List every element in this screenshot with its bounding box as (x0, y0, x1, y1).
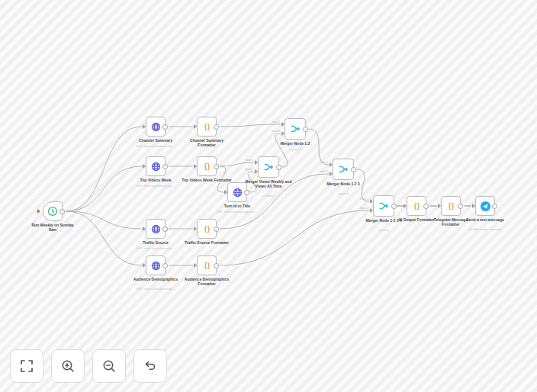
output-port[interactable] (214, 124, 219, 130)
input-port-label: Input 1 (320, 161, 328, 164)
edge-channel-summary-formatter-to-merger-node-1-2 (220, 124, 281, 127)
input-port (143, 227, 146, 231)
node-label: Audience Demographics Formatter (182, 277, 232, 287)
input-port (255, 169, 258, 174)
node-label: Top Videos Week Formatter (182, 178, 232, 182)
zoom-out-button[interactable] (92, 349, 126, 383)
merge-icon (290, 124, 301, 134)
merge-icon (378, 201, 389, 211)
edge-merger-node-1-2-to-merger-node-1-2-3 (309, 129, 329, 165)
input-port (224, 190, 227, 194)
node-traffic-source-formatter[interactable]: { }Traffic Source Formatter (197, 219, 217, 239)
merge-icon (338, 164, 349, 175)
input-port (194, 227, 197, 231)
input-port (281, 122, 285, 127)
node-label: Run Weekly on Sunday 8am (27, 223, 78, 233)
input-port (438, 204, 441, 208)
zoom-out-icon (101, 358, 117, 374)
node-label: Audience Demographics (130, 277, 181, 281)
output-port[interactable] (214, 227, 219, 232)
output-port[interactable] (162, 164, 168, 169)
output-port[interactable] (276, 165, 281, 170)
curly-braces-icon: { } (204, 226, 210, 233)
telegram-icon (480, 201, 491, 212)
input-port (330, 172, 333, 176)
input-port-label: Input 2 (245, 168, 253, 171)
input-port-label: Input 1 (272, 120, 280, 124)
node-label: Traffic Source (130, 240, 181, 245)
node-audience-demographics-formatter[interactable]: { }Audience Demographics Formatter (197, 255, 217, 275)
edge-audience-demographics-formatter-to-merger-node-1-2-3-4 (220, 210, 369, 265)
node-channel-summary[interactable]: Channel SummaryGET: https://youtubeanaly… (146, 117, 166, 137)
node-sublabel: GET: https://youtubeanalyt… (125, 288, 186, 291)
output-port[interactable] (162, 124, 168, 130)
zoom-in-icon (60, 358, 76, 374)
node-top-videos-week[interactable]: Top Videos WeekGET: https://youtubeanaly… (146, 156, 166, 176)
node-ai-output-formatter[interactable]: { }AI Output Formatter (407, 196, 426, 216)
node-telegram-message-formatter[interactable]: { }Telegram Message Formatter (441, 196, 461, 216)
node-sublabel: sendMessage: message (455, 228, 516, 232)
output-port[interactable] (59, 209, 65, 214)
output-port[interactable] (391, 204, 397, 209)
input-port-label: Input 1 (245, 159, 253, 162)
node-label: Merger Node 1 2 3 (318, 182, 368, 186)
node-send-text-message[interactable]: Send a text messagesendMessage: message (475, 196, 495, 216)
input-port (143, 263, 146, 268)
output-port[interactable] (492, 204, 497, 209)
output-port[interactable] (458, 204, 463, 209)
node-channel-summary-formatter[interactable]: { }Channel Summary Formatter (197, 117, 217, 137)
node-label: Send a text message (460, 217, 510, 222)
node-label: Traffic Source Formatter (182, 240, 232, 245)
input-port (143, 124, 146, 129)
node-label: Channel Summary Formatter (182, 138, 232, 148)
node-trigger[interactable]: Run Weekly on Sunday 8am (43, 201, 63, 221)
curly-braces-icon: { } (204, 124, 210, 130)
output-port[interactable] (303, 127, 308, 132)
node-sublabel: GET: https://youtubeanalyt… (125, 145, 186, 149)
curly-braces-icon: { } (414, 203, 420, 210)
node-label: Turn Id to Title (212, 204, 262, 208)
node-label: Channel Summary (130, 138, 181, 143)
node-merger-node-1-2[interactable]: Input 1Input 2Merger Node 1:2append (285, 118, 306, 140)
globe-icon (151, 224, 161, 234)
node-top-videos-week-formatter[interactable]: { }Top Videos Week Formatter (197, 156, 217, 176)
input-port (194, 124, 197, 129)
edge-top-videos-week-formatter-to-merger-views (220, 162, 254, 166)
node-traffic-source[interactable]: Traffic SourceGET: https://youtubeanalyt… (146, 219, 166, 239)
node-audience-demographics[interactable]: Audience DemographicsGET: https://youtub… (146, 255, 166, 275)
curly-braces-icon: { } (449, 203, 454, 210)
globe-icon (151, 162, 161, 172)
input-port (370, 208, 373, 213)
zoom-in-button[interactable] (51, 349, 85, 383)
node-merger-node-1-2-3-4[interactable]: Input 1Input 2Merger Node 1 2 3 4append (373, 195, 394, 217)
input-port (370, 199, 373, 204)
output-port[interactable] (423, 204, 429, 209)
curly-braces-icon: { } (204, 163, 210, 170)
output-port[interactable] (162, 227, 168, 232)
input-port-label: Input 1 (360, 198, 368, 201)
output-port[interactable] (162, 263, 168, 268)
canvas-toolbar (10, 349, 167, 383)
output-port[interactable] (214, 263, 219, 268)
input-port (472, 204, 475, 208)
output-port[interactable] (214, 164, 219, 169)
node-sublabel: GET: https://www.googleapis… (207, 210, 268, 214)
node-label: Top Videos Week (130, 178, 181, 182)
node-sublabel: combine (238, 194, 299, 198)
node-merger-node-1-2-3[interactable]: Input 1Input 2Merger Node 1 2 3append (333, 159, 354, 180)
input-port (194, 263, 197, 268)
workflow-canvas[interactable]: Run Weekly on Sunday 8amChannel SummaryG… (0, 0, 537, 392)
fit-view-button[interactable] (10, 349, 43, 383)
node-sublabel: append (313, 192, 374, 196)
node-sublabel: append (353, 229, 414, 233)
undo-icon (143, 358, 158, 374)
output-port[interactable] (351, 167, 356, 172)
undo-button[interactable] (133, 349, 167, 383)
input-port (404, 204, 407, 208)
input-port-label: Input 2 (272, 130, 280, 133)
trigger-marker-icon (37, 209, 40, 214)
node-sublabel: append (265, 148, 326, 152)
fit-view-icon (19, 358, 34, 374)
node-merger-views[interactable]: Input 1Input 2Merger Views Weekly and Vi… (258, 156, 279, 178)
input-port-label: Input 2 (320, 170, 328, 173)
